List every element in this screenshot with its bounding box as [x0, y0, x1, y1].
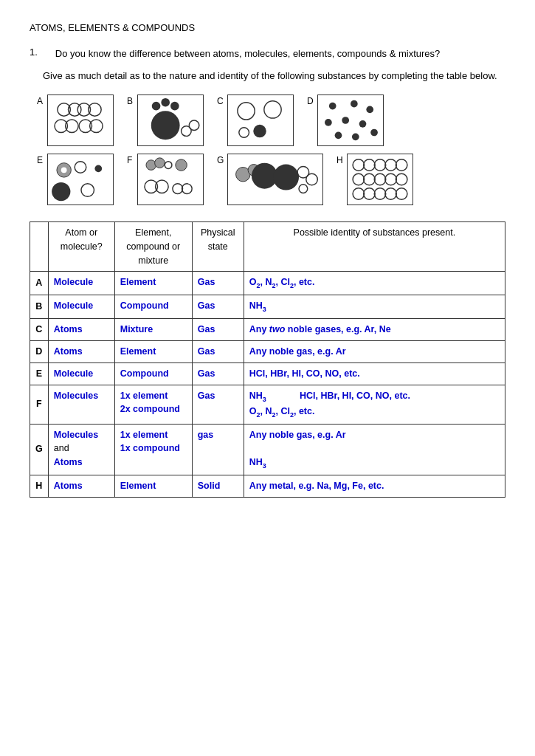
row-a-identity: O2, N2, Cl2, etc. — [244, 272, 505, 295]
svg-point-40 — [182, 184, 193, 194]
table-row-f: F Molecules 1x element 2x compound Gas N… — [30, 385, 505, 424]
table-row-e: E Molecule Compound Gas HCl, HBr, HI, CO… — [30, 362, 505, 385]
row-g-identity: Any noble gas, e.g. Ar NH3 — [244, 424, 505, 475]
svg-point-44 — [273, 165, 299, 190]
svg-point-55 — [374, 173, 386, 185]
svg-point-54 — [364, 173, 376, 185]
row-h-physical: Solid — [192, 475, 244, 498]
diagram-box-e — [47, 154, 114, 205]
diagram-label-h: H — [336, 155, 344, 165]
diagram-b: B — [127, 94, 204, 146]
row-a-element: Element — [114, 272, 192, 295]
svg-point-18 — [329, 103, 336, 110]
svg-point-34 — [155, 158, 165, 168]
diagram-label-c: C — [217, 96, 224, 106]
row-b-physical: Gas — [192, 295, 244, 319]
table-row-d: D Atoms Element Gas Any noble gas, e.g. … — [30, 341, 505, 363]
svg-point-35 — [165, 162, 172, 169]
svg-point-61 — [385, 188, 397, 200]
svg-point-15 — [264, 101, 281, 118]
answer-table: Atom or molecule? Element, compound or m… — [30, 221, 505, 498]
svg-point-22 — [342, 117, 349, 124]
diagram-box-g — [227, 154, 323, 205]
svg-point-20 — [366, 106, 373, 114]
svg-point-30 — [94, 165, 102, 173]
row-d-identity: Any noble gas, e.g. Ar — [244, 341, 505, 363]
header-identity: Possible identity of substances present. — [244, 222, 505, 272]
svg-point-51 — [385, 159, 397, 171]
row-f-atom: Molecules — [48, 385, 114, 424]
row-c-identity: Any two noble gases, e.g. Ar, Ne — [244, 319, 505, 341]
row-c-element: Mixture — [114, 319, 192, 341]
svg-point-16 — [253, 125, 266, 137]
row-label-d: D — [30, 341, 49, 363]
diagram-label-g: G — [217, 155, 224, 165]
table-row-g: G Molecules and Atoms 1x element 1x comp… — [30, 424, 505, 475]
row-g-element: 1x element 1x compound — [114, 424, 192, 475]
diagram-box-c — [227, 94, 294, 146]
row-label-a: A — [30, 272, 49, 295]
row-f-element: 1x element 2x compound — [114, 385, 192, 424]
sub-text: Give as much detail as to the nature and… — [43, 69, 505, 83]
table-row-b: B Molecule Compound Gas NH3 — [30, 295, 505, 319]
row-label-e: E — [30, 362, 49, 385]
header-physical: Physical state — [192, 222, 244, 272]
row-label-h: H — [30, 475, 49, 498]
svg-point-14 — [238, 103, 255, 120]
diagram-g: G — [217, 154, 323, 205]
svg-point-31 — [52, 182, 70, 201]
diagram-box-a — [47, 94, 114, 146]
row-h-element: Element — [114, 475, 192, 498]
svg-point-47 — [299, 185, 308, 193]
row-b-atom: Molecule — [48, 295, 114, 319]
header-element: Element, compound or mixture — [114, 222, 192, 272]
table-row-c: C Atoms Mixture Gas Any two noble gases,… — [30, 319, 505, 341]
svg-point-60 — [374, 188, 386, 200]
diagram-a: A — [37, 94, 114, 146]
diagram-box-h — [347, 154, 413, 205]
row-g-physical: gas — [192, 424, 244, 475]
svg-point-29 — [75, 162, 86, 173]
row-label-g: G — [30, 424, 49, 475]
page-title: ATOMS, ELEMENTS & COMPOUNDS — [30, 22, 505, 33]
row-b-element: Compound — [114, 295, 192, 319]
row-d-element: Element — [114, 341, 192, 363]
row-d-atom: Atoms — [48, 341, 114, 363]
svg-point-53 — [353, 173, 365, 185]
svg-point-58 — [353, 188, 365, 200]
diagram-box-b — [137, 94, 204, 146]
row-f-physical: Gas — [192, 385, 244, 424]
svg-point-25 — [335, 132, 342, 140]
svg-point-46 — [306, 173, 318, 185]
svg-point-36 — [176, 159, 187, 171]
svg-point-57 — [396, 173, 407, 185]
row-label-f: F — [30, 385, 49, 424]
svg-point-24 — [370, 129, 378, 137]
question-text: Do you know the difference between atoms… — [55, 47, 440, 61]
svg-point-19 — [351, 100, 358, 108]
svg-point-49 — [364, 159, 376, 171]
svg-point-32 — [81, 184, 94, 196]
svg-point-21 — [325, 119, 332, 126]
diagram-label-d: D — [307, 96, 314, 106]
diagram-d: D — [307, 94, 384, 146]
diagram-box-f — [137, 154, 204, 205]
svg-point-9 — [161, 98, 170, 107]
row-label-c: C — [30, 319, 49, 341]
svg-point-23 — [359, 120, 367, 128]
svg-point-48 — [353, 159, 365, 171]
svg-point-10 — [170, 102, 179, 111]
svg-point-62 — [396, 188, 407, 200]
diagram-e: E — [37, 154, 114, 205]
diagram-c: C — [217, 94, 294, 146]
table-row-h: H Atoms Element Solid Any metal, e.g. Na… — [30, 475, 505, 498]
diagram-label-f: F — [127, 155, 134, 165]
diagram-box-d — [317, 94, 384, 146]
row-e-element: Compound — [114, 362, 192, 385]
diagrams-section: A B — [37, 94, 505, 205]
svg-point-26 — [352, 133, 359, 140]
header-empty — [30, 222, 49, 272]
diagrams-row-2: E F — [37, 154, 505, 205]
row-f-identity: NH3 HCl, HBr, HI, CO, NO, etc. O2, N2, C… — [244, 385, 505, 424]
svg-point-50 — [374, 159, 386, 171]
